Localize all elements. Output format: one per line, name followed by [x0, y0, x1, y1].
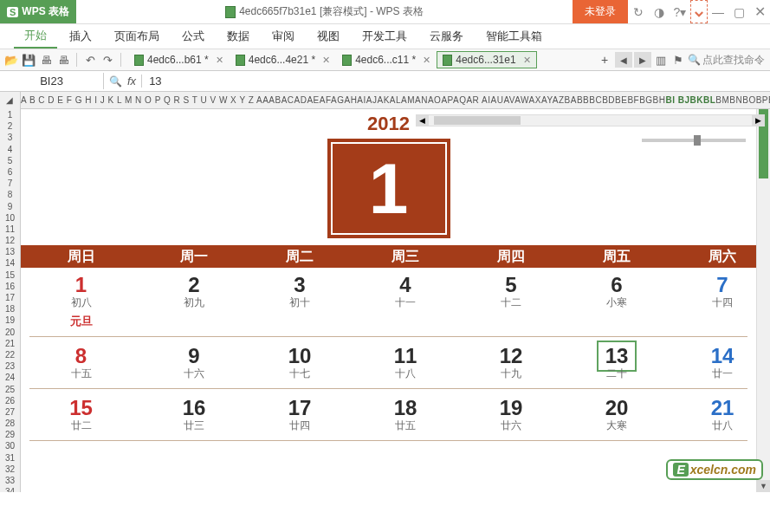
row-header-5[interactable]: 5	[0, 155, 20, 166]
row-header-7[interactable]: 7	[0, 178, 20, 189]
menu-tab-4[interactable]: 数据	[217, 25, 260, 48]
file-tab[interactable]: 4edc6...b61 *✕	[128, 51, 230, 68]
fx-button[interactable]: fx	[127, 75, 136, 88]
row-header-22[interactable]: 22	[0, 349, 20, 360]
calendar-cell[interactable]: 18廿五	[353, 393, 458, 437]
help-icon[interactable]: ?▾	[670, 0, 690, 23]
sheet-content[interactable]: 2012 1 周日周一周二周三周四周五周六 1初八元旦2初九3初十4十一5十二6…	[21, 109, 756, 492]
row-header-20[interactable]: 20	[0, 327, 20, 338]
row-header-25[interactable]: 25	[0, 384, 20, 395]
menu-tab-9[interactable]: 智能工具箱	[476, 25, 553, 48]
calendar-cell[interactable]: 10十七	[247, 341, 353, 385]
row-header-29[interactable]: 29	[0, 429, 20, 440]
row-header-10[interactable]: 10	[0, 212, 20, 224]
row-header-14[interactable]: 14	[0, 257, 20, 269]
skin-icon[interactable]: ◑	[649, 0, 670, 23]
row-header-9[interactable]: 9	[0, 201, 20, 212]
calendar-cell[interactable]: 16廿三	[141, 393, 247, 437]
tab-nav-left-icon[interactable]: ◀	[615, 52, 632, 68]
file-tab-close-icon[interactable]: ✕	[423, 55, 430, 66]
calendar-cell[interactable]: 7十四	[670, 269, 756, 333]
calendar-cell[interactable]: 3初十	[247, 269, 353, 333]
horizontal-scrollbar[interactable]: ◀ ▶	[416, 114, 765, 127]
calendar-cell[interactable]: 4十一	[353, 269, 458, 333]
hscroll-right-icon[interactable]: ▶	[752, 115, 764, 126]
menu-tab-2[interactable]: 页面布局	[104, 25, 170, 48]
row-header-15[interactable]: 15	[0, 269, 20, 281]
calendar-cell[interactable]: 12十九	[458, 341, 564, 385]
sync-icon[interactable]: ↻	[628, 0, 649, 23]
row-header-13[interactable]: 13	[0, 246, 20, 257]
window-list-icon[interactable]: ▥	[653, 52, 669, 68]
row-header-30[interactable]: 30	[0, 440, 20, 451]
command-search[interactable]: 🔍 点此查找命令	[688, 53, 765, 68]
menu-tab-8[interactable]: 云服务	[419, 25, 474, 48]
calendar-cell[interactable]: 8十五	[21, 341, 141, 385]
zoom-slider[interactable]	[642, 139, 746, 142]
file-tab[interactable]: 4edc6...4e21 *✕	[230, 51, 336, 68]
row-header-1[interactable]: 1	[0, 109, 20, 120]
redo-icon[interactable]: ↷	[100, 52, 115, 68]
vertical-scrollbar[interactable]: ▼	[756, 109, 770, 492]
maximize-icon[interactable]: ▢	[728, 0, 749, 23]
calendar-cell[interactable]: 13二十	[564, 341, 670, 385]
formula-input[interactable]: 13	[142, 73, 770, 89]
row-header-4[interactable]: 4	[0, 144, 20, 155]
calendar-cell[interactable]: 6小寒	[564, 269, 670, 333]
row-header-31[interactable]: 31	[0, 452, 20, 464]
cell-reference-input[interactable]: BI23	[0, 73, 104, 89]
row-header-34[interactable]: 34	[0, 486, 20, 492]
row-header-6[interactable]: 6	[0, 166, 20, 178]
file-tab[interactable]: 4edc6...31e1✕	[437, 51, 536, 68]
menu-tab-1[interactable]: 插入	[59, 25, 102, 48]
calendar-cell[interactable]: 14廿一	[670, 341, 756, 385]
row-header-28[interactable]: 28	[0, 418, 20, 429]
row-header-21[interactable]: 21	[0, 338, 20, 349]
calendar-cell[interactable]: 15廿二	[21, 393, 141, 437]
print-direct-icon[interactable]: 🖶	[38, 52, 54, 68]
row-headers[interactable]: 1234567891011121314151617181920212223242…	[0, 109, 21, 492]
row-header-23[interactable]: 23	[0, 360, 20, 372]
save-icon[interactable]: 💾	[21, 52, 36, 68]
vscroll-down-icon[interactable]: ▼	[757, 480, 770, 492]
row-header-17[interactable]: 17	[0, 292, 20, 303]
restore-down-icon[interactable]	[690, 0, 708, 23]
login-button[interactable]: 未登录	[573, 0, 628, 23]
menu-tab-0[interactable]: 开始	[14, 24, 57, 49]
minimize-icon[interactable]: —	[708, 0, 728, 23]
calendar-cell[interactable]: 5十二	[458, 269, 564, 333]
options-icon[interactable]: ⚑	[670, 52, 686, 68]
hscroll-thumb[interactable]	[434, 116, 521, 125]
hscroll-left-icon[interactable]: ◀	[417, 115, 429, 126]
row-header-18[interactable]: 18	[0, 303, 20, 315]
row-header-24[interactable]: 24	[0, 372, 20, 383]
row-header-11[interactable]: 11	[0, 224, 20, 235]
tab-nav-right-icon[interactable]: ▶	[634, 52, 651, 68]
search-name-icon[interactable]: 🔍	[109, 75, 122, 88]
new-tab-button[interactable]: +	[596, 52, 613, 68]
file-tab-close-icon[interactable]: ✕	[523, 55, 531, 66]
calendar-cell[interactable]: 20大寒	[564, 393, 670, 437]
row-header-12[interactable]: 12	[0, 235, 20, 246]
open-icon[interactable]: 📂	[3, 52, 19, 68]
close-icon[interactable]: ✕	[749, 0, 770, 23]
menu-tab-3[interactable]: 公式	[171, 25, 215, 48]
undo-icon[interactable]: ↶	[82, 52, 98, 68]
row-header-33[interactable]: 33	[0, 475, 20, 486]
row-header-32[interactable]: 32	[0, 464, 20, 475]
column-header-row[interactable]: ◢ A B C D E F G H I J K L M N O P Q R S …	[0, 92, 770, 109]
calendar-cell[interactable]: 2初九	[141, 269, 247, 333]
calendar-cell[interactable]: 11十八	[353, 341, 458, 385]
menu-tab-7[interactable]: 开发工具	[352, 25, 417, 48]
row-header-27[interactable]: 27	[0, 406, 20, 418]
row-header-16[interactable]: 16	[0, 281, 20, 292]
calendar-cell[interactable]: 19廿六	[458, 393, 564, 437]
calendar-cell[interactable]: 17廿四	[247, 393, 353, 437]
file-tab-close-icon[interactable]: ✕	[322, 55, 330, 66]
row-header-26[interactable]: 26	[0, 395, 20, 406]
file-tab-close-icon[interactable]: ✕	[216, 55, 223, 66]
calendar-cell[interactable]: 9十六	[141, 341, 247, 385]
row-header-8[interactable]: 8	[0, 189, 20, 200]
file-tab[interactable]: 4edc6...c11 *✕	[336, 51, 437, 68]
menu-tab-5[interactable]: 审阅	[262, 25, 305, 48]
